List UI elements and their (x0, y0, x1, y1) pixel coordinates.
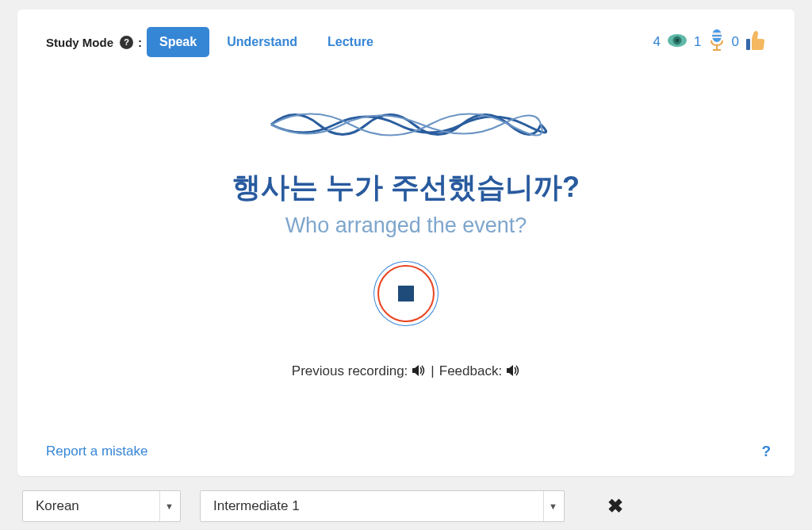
feedback-label: Feedback: (439, 363, 502, 379)
eye-icon (667, 30, 688, 54)
chevron-down-icon: ▼ (543, 491, 557, 521)
translation-sentence: Who arranged the event? (17, 213, 795, 238)
help-icon[interactable]: ? (120, 36, 133, 49)
language-select[interactable]: Korean ▼ (22, 490, 181, 522)
svg-point-3 (712, 29, 722, 42)
views-count: 4 (653, 34, 661, 50)
stats-row: 4 1 0 (653, 29, 766, 55)
prev-recording-label: Previous recording: (292, 363, 408, 379)
bottom-bar: Korean ▼ Intermediate 1 ▼ ✖ (0, 476, 812, 530)
mic-icon (708, 29, 726, 55)
close-icon[interactable]: ✖ (607, 495, 623, 517)
separator: | (431, 363, 434, 379)
mode-row: Study Mode ? : Speak Understand Lecture (46, 27, 386, 57)
mode-label: Study Mode (46, 36, 113, 49)
speaker-icon-prev[interactable] (412, 365, 426, 378)
svg-rect-5 (712, 36, 722, 38)
svg-rect-6 (716, 45, 718, 49)
card-footer: Report a mistake ? (46, 443, 771, 460)
svg-rect-7 (713, 49, 721, 51)
stop-recording-button[interactable] (377, 265, 435, 322)
svg-rect-4 (712, 33, 722, 35)
mode-understand-button[interactable]: Understand (214, 27, 310, 57)
colon: : (138, 36, 142, 49)
waveform-icon (263, 97, 549, 152)
chevron-down-icon: ▼ (159, 491, 174, 521)
speaks-count: 1 (694, 34, 701, 50)
level-select[interactable]: Intermediate 1 ▼ (200, 490, 565, 522)
card-header: Study Mode ? : Speak Understand Lecture … (17, 10, 795, 57)
report-mistake-link[interactable]: Report a mistake (46, 444, 148, 459)
svg-point-2 (676, 39, 680, 43)
study-card: Study Mode ? : Speak Understand Lecture … (17, 10, 795, 476)
language-value: Korean (36, 498, 79, 514)
main-content: 행사는 누가 주선했습니까? Who arranged the event? P… (17, 57, 795, 379)
help-button[interactable]: ? (761, 443, 771, 460)
level-value: Intermediate 1 (213, 498, 300, 514)
thumbs-up-icon (745, 29, 766, 55)
svg-rect-8 (746, 39, 750, 50)
target-sentence: 행사는 누가 주선했습니까? (17, 168, 795, 207)
playback-row: Previous recording: | Feedback: (17, 363, 795, 379)
mode-speak-button[interactable]: Speak (147, 27, 209, 57)
likes-count: 0 (732, 34, 739, 50)
stop-icon (398, 286, 414, 301)
speaker-icon-feedback[interactable] (507, 365, 520, 378)
mode-lecture-button[interactable]: Lecture (315, 27, 386, 57)
